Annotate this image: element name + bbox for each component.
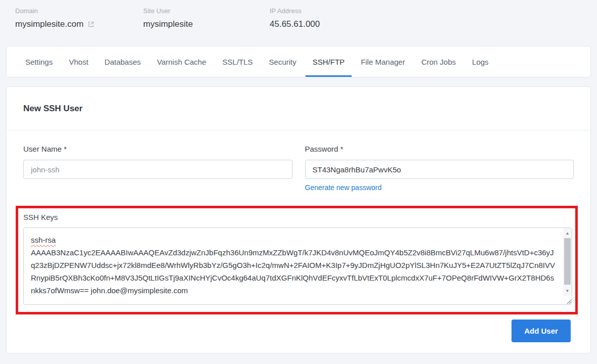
textarea-scrollbar[interactable]: ▲ ▼ <box>563 228 572 296</box>
username-label: User Name * <box>23 145 292 153</box>
tab-ssh-ftp[interactable]: SSH/FTP <box>306 47 352 77</box>
tab-databases[interactable]: Databases <box>98 47 148 77</box>
domain-label: Domain <box>15 7 143 15</box>
tab-file-manager[interactable]: File Manager <box>354 47 412 77</box>
ssh-keys-label: SSH Keys <box>23 213 572 221</box>
scroll-up-icon[interactable]: ▲ <box>563 229 572 237</box>
add-user-button[interactable]: Add User <box>511 320 571 342</box>
scrollbar-thumb[interactable] <box>564 238 571 285</box>
username-input[interactable] <box>23 160 292 179</box>
site-user-label: Site User <box>143 7 270 15</box>
resize-grip-icon[interactable] <box>563 296 572 304</box>
password-input[interactable] <box>305 160 574 179</box>
annotation-highlight-box: SSH Keys ssh-rsa AAAAB3NzaC1yc2EAAAABIwA… <box>16 206 578 314</box>
new-ssh-user-card: New SSH User User Name * Password * Gene… <box>6 86 591 353</box>
tab-bar: Settings Vhost Databases Varnish Cache S… <box>6 46 591 77</box>
tab-logs[interactable]: Logs <box>465 47 496 77</box>
password-label: Password * <box>305 145 574 153</box>
ip-address-value: 45.65.61.000 <box>270 19 320 29</box>
tab-security[interactable]: Security <box>262 47 304 77</box>
tab-ssl-tls[interactable]: SSL/TLS <box>216 47 260 77</box>
external-link-icon[interactable] <box>88 21 95 28</box>
ip-address-label: IP Address <box>270 7 320 15</box>
site-info-bar: Domain mysimplesite.com Site User mysimp… <box>0 0 597 29</box>
ssh-keys-textarea[interactable]: ssh-rsa AAAAB3NzaC1yc2EAAAABIwAAAQEAvZd3… <box>23 228 572 305</box>
domain-info: Domain mysimplesite.com <box>15 7 143 29</box>
ssh-key-body: AAAAB3NzaC1yc2EAAAABIwAAAQEAvZd3dzjwZnJb… <box>31 236 555 295</box>
tab-varnish-cache[interactable]: Varnish Cache <box>150 47 213 77</box>
site-user-info: Site User mysimplesite <box>143 7 270 29</box>
tab-vhost[interactable]: Vhost <box>62 47 95 77</box>
tab-settings[interactable]: Settings <box>18 47 60 77</box>
generate-password-link[interactable]: Generate new password <box>305 184 382 192</box>
site-user-value: mysimplesite <box>143 19 270 29</box>
ip-address-info: IP Address 45.65.61.000 <box>270 7 320 29</box>
password-field-group: Password * Generate new password <box>305 145 574 192</box>
tab-cron-jobs[interactable]: Cron Jobs <box>414 47 463 77</box>
card-header: New SSH User <box>7 87 590 130</box>
ssh-key-prefix: ssh-rsa <box>31 236 56 244</box>
scroll-down-icon[interactable]: ▼ <box>563 287 572 295</box>
username-field-group: User Name * <box>23 145 292 192</box>
domain-value: mysimplesite.com <box>15 19 83 29</box>
page-title: New SSH User <box>23 104 82 114</box>
